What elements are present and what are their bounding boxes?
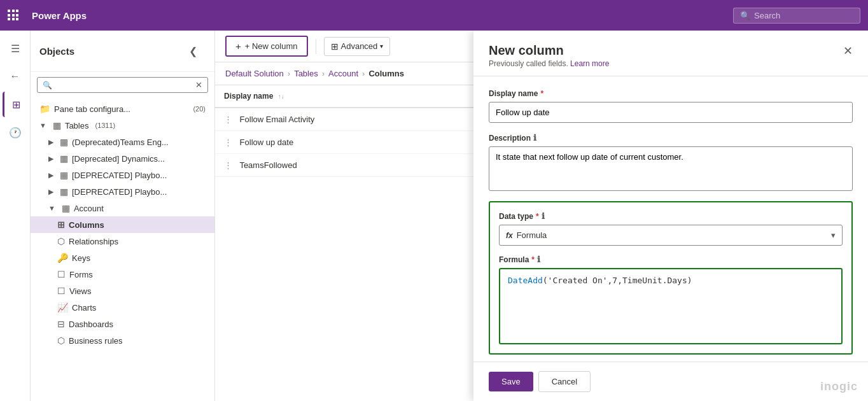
required-indicator: * <box>531 255 535 264</box>
sidebar-item-label: Business rules <box>69 336 123 346</box>
business-rules-icon: ⬡ <box>57 335 65 346</box>
advanced-label: Advanced <box>341 41 378 51</box>
sidebar-close-button[interactable]: ❮ <box>180 38 206 64</box>
breadcrumb-sep2: › <box>322 69 325 78</box>
formula-field: Formula * ℹ DateAdd('Created On',7,TimeU… <box>499 255 843 344</box>
sidebar-header: Objects ❮ <box>31 31 214 72</box>
new-column-label: + New column <box>245 41 298 51</box>
search-icon: 🔍 <box>740 11 750 20</box>
sidebar-item-label: Keys <box>72 253 90 263</box>
sidebar-item-tables[interactable]: ▼ ▦ Tables (1311) <box>31 117 214 134</box>
cell-display-name: ⋮ Follow Email Activity <box>215 108 493 131</box>
table-icon: ▦ <box>60 153 68 164</box>
sidebar-item-views[interactable]: ☐ Views <box>31 283 214 299</box>
formula-info-icon[interactable]: ℹ <box>537 255 540 264</box>
table-icon: ▦ <box>53 120 61 130</box>
sidebar-item-label: [DEPRECATED] Playbo... <box>72 187 167 197</box>
row-more-icon[interactable]: ⋮ <box>224 160 232 170</box>
new-column-button[interactable]: + + New column <box>225 36 308 57</box>
row-more-icon[interactable]: ⋮ <box>224 137 232 147</box>
formula-label: Formula * ℹ <box>499 255 843 264</box>
sidebar-item-deprecated-playbo1[interactable]: ▶ ▦ [DEPRECATED] Playbo... <box>31 167 214 183</box>
sidebar-item-label: Tables <box>65 121 89 130</box>
breadcrumb-sep3: › <box>362 69 365 78</box>
data-type-field: Data type * ℹ fx Formula ▾ <box>499 211 843 246</box>
sidebar-item-keys[interactable]: 🔑 Keys <box>31 250 214 266</box>
sidebar-item-relationships[interactable]: ⬡ Relationships <box>31 233 214 250</box>
sidebar-item-deprecated-teams[interactable]: ▶ ▦ (Deprecated)Teams Eng... <box>31 134 214 150</box>
sidebar-search-clear-icon[interactable]: ✕ <box>195 80 202 90</box>
sidebar-item-pane-tab[interactable]: 📁 Pane tab configura... (20) <box>31 101 214 117</box>
sidebar-item-dashboards[interactable]: ⊟ Dashboards <box>31 316 214 332</box>
cell-display-name: ⋮ TeamsFollowed <box>215 154 493 177</box>
sidebar-search-input[interactable]: tab <box>56 80 192 90</box>
breadcrumb-tables[interactable]: Tables <box>294 69 318 78</box>
sidebar-item-label: Relationships <box>69 237 118 246</box>
sort-icon: ↑↓ <box>278 93 284 100</box>
charts-icon: 📈 <box>57 302 68 313</box>
formula-editor[interactable]: DateAdd('Created On',7,TimeUnit.Days) <box>499 268 843 344</box>
chevron-down-icon: ▾ <box>831 230 836 240</box>
chevron-right-icon: ▶ <box>48 138 53 146</box>
sidebar: Objects ❮ 🔍 tab ✕ 📁 Pane tab configura..… <box>31 31 215 401</box>
row-more-icon[interactable]: ⋮ <box>224 115 232 124</box>
chevron-right-icon: ▶ <box>48 155 53 163</box>
sidebar-item-label: Columns <box>69 220 104 230</box>
data-type-value: fx Formula <box>506 230 547 240</box>
sidebar-item-label: Pane tab configura... <box>54 104 130 114</box>
search-box: 🔍 <box>733 8 860 24</box>
sidebar-item-deprecated-playbo2[interactable]: ▶ ▦ [DEPRECATED] Playbo... <box>31 183 214 200</box>
breadcrumb-account[interactable]: Account <box>328 69 358 78</box>
panel-subtitle-text: Previously called fields. <box>489 59 568 68</box>
description-label: Description ℹ <box>489 133 853 143</box>
display-name-input[interactable] <box>489 102 853 123</box>
col-header-display-name[interactable]: Display name ↑↓ <box>215 85 493 108</box>
history-icon[interactable]: 🕐 <box>3 120 28 145</box>
data-type-info-icon[interactable]: ℹ <box>542 211 545 221</box>
dashboards-icon: ⊟ <box>57 319 65 329</box>
fx-icon: fx <box>506 231 513 240</box>
panel-body: Display name * Description ℹ It state th… <box>473 76 868 362</box>
sidebar-item-deprecated-dynamics[interactable]: ▶ ▦ [Deprecated] Dynamics... <box>31 150 214 167</box>
sidebar-item-charts[interactable]: 📈 Charts <box>31 299 214 316</box>
data-type-select[interactable]: fx Formula ▾ <box>499 225 843 246</box>
sidebar-item-label: Account <box>74 204 104 213</box>
panel-learn-more-link[interactable]: Learn more <box>570 59 609 68</box>
sidebar-item-columns[interactable]: ⊞ Columns <box>31 216 214 233</box>
table-icon: ▦ <box>60 186 68 197</box>
formula-keyword: DateAdd <box>508 276 543 285</box>
sidebar-item-account[interactable]: ▼ ▦ Account <box>31 200 214 216</box>
objects-icon[interactable]: ⊞ <box>3 92 28 117</box>
sidebar-item-forms[interactable]: ☐ Forms <box>31 266 214 283</box>
display-name-field: Display name * <box>489 89 853 123</box>
advanced-button[interactable]: ⊞ Advanced ▾ <box>324 37 391 56</box>
breadcrumb-default-solution[interactable]: Default Solution <box>225 69 284 78</box>
sidebar-item-business-rules[interactable]: ⬡ Business rules <box>31 332 214 349</box>
data-type-label: Data type * ℹ <box>499 211 843 221</box>
sidebar-item-label: Views <box>69 286 91 296</box>
save-button[interactable]: Save <box>489 372 533 391</box>
keys-icon: 🔑 <box>57 253 68 263</box>
sidebar-search-box: 🔍 tab ✕ <box>37 77 208 93</box>
table-icon: ▦ <box>60 137 68 147</box>
description-textarea[interactable]: It state that next follow up date of cur… <box>489 146 853 191</box>
back-icon[interactable]: ← <box>3 64 28 89</box>
chevron-right-icon: ▶ <box>48 188 53 196</box>
cancel-button[interactable]: Cancel <box>538 371 591 392</box>
new-column-panel: New column Previously called fields. Lea… <box>473 31 868 401</box>
chevron-down-icon: ▼ <box>48 204 55 212</box>
search-input[interactable] <box>754 11 843 20</box>
folder-icon: 📁 <box>39 104 50 114</box>
description-info-icon[interactable]: ℹ <box>533 133 536 143</box>
views-icon: ☐ <box>57 286 66 296</box>
sidebar-item-badge: (20) <box>193 105 206 113</box>
advanced-icon: ⊞ <box>331 41 339 52</box>
home-icon[interactable]: ☰ <box>3 36 28 61</box>
panel-close-button[interactable]: ✕ <box>837 41 858 61</box>
required-indicator: * <box>540 89 543 98</box>
formula-content: ('Created On',7,TimeUnit.Days) <box>543 276 692 285</box>
waffle-icon[interactable] <box>8 10 19 21</box>
sidebar-item-label: (Deprecated)Teams Eng... <box>72 137 169 147</box>
sidebar-item-label: [DEPRECATED] Playbo... <box>72 171 167 180</box>
panel-header: New column Previously called fields. Lea… <box>473 31 868 76</box>
